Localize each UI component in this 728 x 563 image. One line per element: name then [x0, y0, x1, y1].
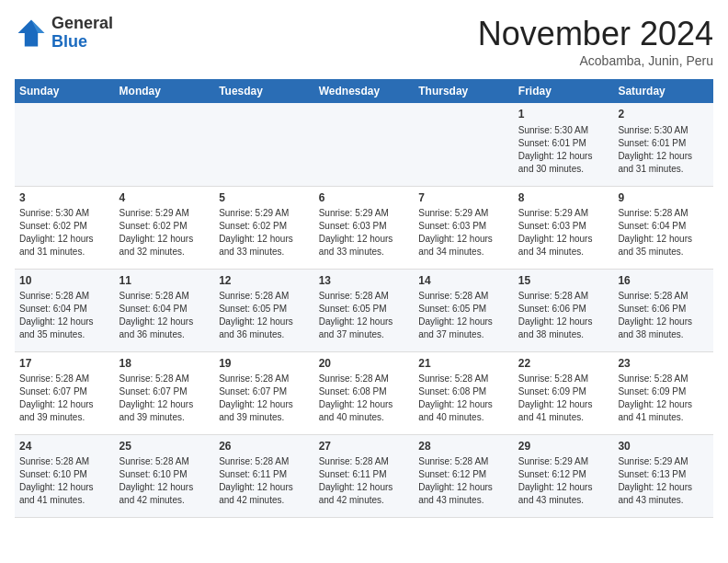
day-number: 9 [618, 190, 709, 206]
day-info: Sunrise: 5:28 AM [518, 373, 609, 385]
day-header-monday: Monday [115, 79, 215, 103]
day-info: Sunrise: 5:28 AM [319, 455, 410, 468]
day-info: Daylight: 12 hours and 42 minutes. [319, 481, 410, 507]
day-info: Sunset: 6:09 PM [518, 385, 609, 398]
day-cell [414, 103, 514, 186]
day-info: Daylight: 12 hours and 41 minutes. [618, 398, 709, 424]
day-number: 28 [418, 439, 509, 454]
day-cell: 18Sunrise: 5:28 AMSunset: 6:07 PMDayligh… [115, 351, 215, 434]
main-title: November 2024 [478, 15, 713, 53]
day-info: Sunset: 6:08 PM [418, 385, 509, 398]
day-info: Sunrise: 5:29 AM [618, 455, 709, 468]
day-cell: 30Sunrise: 5:29 AMSunset: 6:13 PMDayligh… [613, 434, 713, 517]
day-number: 18 [119, 356, 210, 372]
day-info: Daylight: 12 hours and 31 minutes. [19, 233, 110, 259]
day-info: Sunset: 6:12 PM [418, 468, 509, 481]
day-info: Sunset: 6:05 PM [219, 303, 310, 316]
day-cell: 12Sunrise: 5:28 AMSunset: 6:05 PMDayligh… [214, 269, 314, 351]
day-header-tuesday: Tuesday [214, 79, 314, 103]
day-number: 3 [19, 190, 110, 206]
day-info: Daylight: 12 hours and 43 minutes. [618, 481, 709, 507]
logo-text: General Blue [51, 15, 113, 52]
logo-blue: Blue [51, 32, 87, 51]
day-cell: 5Sunrise: 5:29 AMSunset: 6:02 PMDaylight… [214, 186, 314, 269]
day-info: Sunset: 6:11 PM [319, 468, 410, 481]
day-info: Sunset: 6:04 PM [119, 303, 210, 316]
day-info: Sunset: 6:03 PM [319, 220, 410, 233]
day-info: Sunrise: 5:28 AM [319, 373, 410, 385]
day-number: 26 [219, 439, 310, 454]
header-row: SundayMondayTuesdayWednesdayThursdayFrid… [15, 79, 713, 103]
day-info: Daylight: 12 hours and 42 minutes. [119, 481, 210, 507]
day-cell: 7Sunrise: 5:29 AMSunset: 6:03 PMDaylight… [414, 186, 514, 269]
day-info: Sunset: 6:12 PM [518, 468, 609, 481]
day-header-thursday: Thursday [414, 79, 514, 103]
day-info: Sunrise: 5:30 AM [618, 124, 709, 137]
day-info: Sunset: 6:02 PM [19, 220, 110, 233]
day-info: Sunrise: 5:29 AM [518, 455, 609, 468]
day-info: Daylight: 12 hours and 42 minutes. [219, 481, 310, 507]
day-info: Sunrise: 5:29 AM [319, 207, 410, 220]
day-info: Sunset: 6:06 PM [618, 303, 709, 316]
day-number: 8 [518, 190, 609, 206]
day-info: Sunset: 6:11 PM [219, 468, 310, 481]
day-number: 29 [518, 439, 609, 454]
week-row-3: 10Sunrise: 5:28 AMSunset: 6:04 PMDayligh… [15, 269, 713, 351]
day-cell: 22Sunrise: 5:28 AMSunset: 6:09 PMDayligh… [514, 351, 614, 434]
day-info: Daylight: 12 hours and 32 minutes. [119, 233, 210, 259]
subtitle: Acobamba, Junin, Peru [478, 53, 713, 68]
day-number: 21 [418, 356, 509, 372]
day-info: Sunrise: 5:29 AM [518, 207, 609, 220]
day-header-friday: Friday [514, 79, 614, 103]
day-cell: 9Sunrise: 5:28 AMSunset: 6:04 PMDaylight… [613, 186, 713, 269]
day-info: Daylight: 12 hours and 39 minutes. [119, 398, 210, 424]
day-info: Sunrise: 5:28 AM [319, 290, 410, 303]
day-info: Daylight: 12 hours and 30 minutes. [518, 150, 609, 176]
day-info: Daylight: 12 hours and 35 minutes. [19, 316, 110, 341]
day-info: Sunset: 6:03 PM [518, 220, 609, 233]
day-cell: 19Sunrise: 5:28 AMSunset: 6:07 PMDayligh… [214, 351, 314, 434]
day-info: Sunset: 6:07 PM [219, 385, 310, 398]
day-cell: 1Sunrise: 5:30 AMSunset: 6:01 PMDaylight… [514, 103, 614, 186]
day-info: Daylight: 12 hours and 43 minutes. [418, 481, 509, 507]
day-number: 11 [119, 273, 210, 289]
day-number: 22 [518, 356, 609, 372]
day-info: Sunset: 6:05 PM [418, 303, 509, 316]
day-info: Sunrise: 5:29 AM [418, 207, 509, 220]
day-info: Sunrise: 5:28 AM [418, 290, 509, 303]
day-info: Daylight: 12 hours and 38 minutes. [618, 316, 709, 341]
day-cell: 11Sunrise: 5:28 AMSunset: 6:04 PMDayligh… [115, 269, 215, 351]
day-cell: 17Sunrise: 5:28 AMSunset: 6:07 PMDayligh… [15, 351, 115, 434]
day-info: Daylight: 12 hours and 40 minutes. [418, 398, 509, 424]
day-number: 20 [319, 356, 410, 372]
day-info: Daylight: 12 hours and 36 minutes. [119, 316, 210, 341]
day-info: Daylight: 12 hours and 37 minutes. [319, 316, 410, 341]
day-number: 5 [219, 190, 310, 206]
day-number: 15 [518, 273, 609, 289]
day-number: 23 [618, 356, 709, 372]
day-info: Sunset: 6:05 PM [319, 303, 410, 316]
day-number: 10 [19, 273, 110, 289]
header: General Blue November 2024 Acobamba, Jun… [15, 15, 713, 68]
day-cell: 14Sunrise: 5:28 AMSunset: 6:05 PMDayligh… [414, 269, 514, 351]
day-info: Daylight: 12 hours and 36 minutes. [219, 316, 310, 341]
day-cell [214, 103, 314, 186]
day-cell: 27Sunrise: 5:28 AMSunset: 6:11 PMDayligh… [314, 434, 415, 517]
day-info: Daylight: 12 hours and 31 minutes. [618, 150, 709, 176]
day-info: Sunset: 6:10 PM [119, 468, 210, 481]
day-info: Sunrise: 5:29 AM [119, 207, 210, 220]
day-info: Sunrise: 5:28 AM [418, 455, 509, 468]
day-info: Sunrise: 5:28 AM [219, 455, 310, 468]
day-info: Sunset: 6:07 PM [19, 385, 110, 398]
day-number: 2 [618, 107, 709, 122]
day-info: Sunset: 6:13 PM [618, 468, 709, 481]
day-info: Sunrise: 5:28 AM [19, 290, 110, 303]
day-info: Sunset: 6:02 PM [219, 220, 310, 233]
logo: General Blue [15, 15, 113, 52]
day-cell: 4Sunrise: 5:29 AMSunset: 6:02 PMDaylight… [115, 186, 215, 269]
week-row-4: 17Sunrise: 5:28 AMSunset: 6:07 PMDayligh… [15, 351, 713, 434]
day-info: Daylight: 12 hours and 33 minutes. [219, 233, 310, 259]
calendar-table: SundayMondayTuesdayWednesdayThursdayFrid… [15, 79, 713, 518]
day-number: 24 [19, 439, 110, 454]
day-info: Sunrise: 5:28 AM [119, 290, 210, 303]
